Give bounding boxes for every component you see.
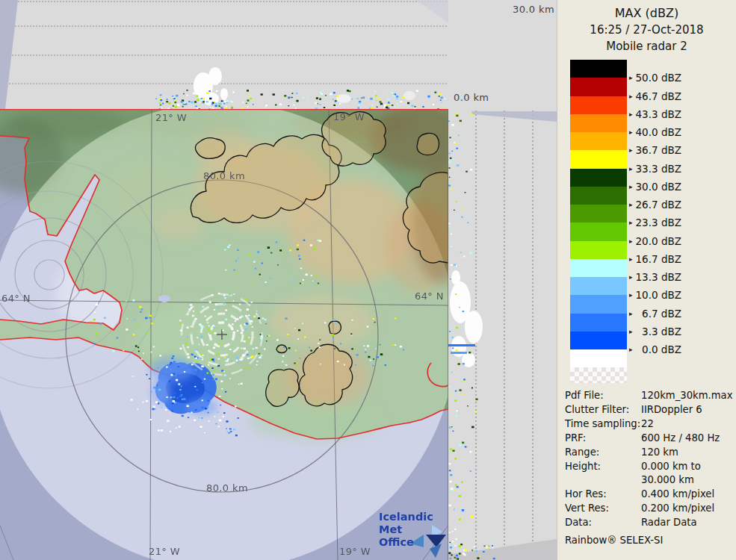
legend-band: [570, 78, 627, 96]
legend-label-row: ▸16.7 dBZ: [629, 252, 728, 265]
lake: [158, 295, 170, 302]
legend-label: 13.3 dBZ: [636, 271, 681, 283]
legend-label: 36.7 dBZ: [636, 144, 681, 156]
legend-band: [570, 205, 627, 223]
map-label: 64° N: [1, 293, 31, 304]
legend-tick-icon: ▸: [629, 183, 633, 190]
map-label: 80.0 km: [206, 483, 248, 494]
info-value: 0.000 km to: [641, 461, 701, 472]
info-label: Range:: [565, 446, 641, 460]
info-value: 120 km: [641, 447, 678, 458]
map-label: 0.0 km: [454, 93, 489, 103]
info-row: 30.000 km: [565, 473, 735, 488]
legend-band: [570, 277, 627, 296]
product-title: MAX (dBZ): [557, 5, 736, 22]
legend-label-row: ▸30.0 dBZ: [629, 180, 728, 193]
info-value: Radar Data: [641, 517, 697, 528]
legend-band: [570, 259, 627, 278]
legend-label: 20.0 dBZ: [636, 235, 681, 247]
info-label: Vert Res:: [565, 502, 641, 516]
info-label: Pdf File:: [565, 389, 641, 403]
legend-label: 50.0 dBZ: [636, 72, 681, 84]
legend-label-row: ▸ 6.7 dBZ: [629, 307, 728, 320]
info-value: IIRDoppler 6: [641, 404, 702, 415]
legend-band-white: [570, 349, 627, 367]
legend-band: [570, 150, 627, 169]
legend-label-row: ▸46.7 dBZ: [629, 90, 728, 102]
legend-label-row: ▸50.0 dBZ: [629, 72, 728, 84]
side-profile-strip: [448, 109, 557, 560]
map-label: 19° W: [339, 547, 371, 557]
legend-label: 0.0 dBZ: [636, 343, 681, 355]
legend-band: [570, 187, 627, 205]
legend-label-row: ▸ 3.3 dBZ: [629, 325, 728, 337]
info-value: 0.200 km/pixel: [641, 503, 714, 514]
legend-tick-icon: ▸: [629, 128, 633, 136]
map-label: 30.0 km: [513, 4, 554, 15]
legend-label: 33.3 dBZ: [636, 163, 681, 175]
map-label: 19° W: [333, 112, 365, 122]
legend-label: 10.0 dBZ: [636, 289, 681, 301]
legend-band-transparent: [570, 367, 627, 383]
scan-info-block: Pdf File:120km_30km.maxClutter Filter:II…: [565, 389, 735, 548]
info-row: Hor Res:0.400 km/pixel: [565, 488, 735, 502]
legend-label-row: ▸10.0 dBZ: [629, 289, 728, 302]
legend-tick-icon: ▸: [629, 310, 633, 317]
legend-label: 43.3 dBZ: [636, 108, 681, 120]
top-profile-strip: [0, 0, 448, 111]
legend-band: [570, 114, 627, 133]
imo-logo-text: Icelandic Met Office: [379, 511, 448, 549]
info-label: Height:: [565, 460, 641, 474]
legend-tick-icon: ▸: [629, 165, 633, 172]
legend-label-row: ▸ 0.0 dBZ: [629, 343, 728, 356]
software-name: Rainbow® SELEX-SI: [565, 534, 735, 548]
info-value: 600 Hz / 480 Hz: [641, 432, 720, 444]
legend-label-row: ▸26.7 dBZ: [629, 199, 728, 211]
legend-band: [570, 314, 627, 332]
imo-logo-line2: Office: [379, 536, 448, 549]
legend-label-row: ▸13.3 dBZ: [629, 271, 728, 284]
info-row: Clutter Filter:IIRDoppler 6: [565, 403, 735, 417]
info-side-panel: MAX (dBZ) 16:25 / 27-Oct-2018 Mobile rad…: [557, 0, 736, 560]
legend-band: [570, 132, 627, 151]
panel-header: MAX (dBZ) 16:25 / 27-Oct-2018 Mobile rad…: [557, 0, 736, 55]
legend-label: 30.0 dBZ: [636, 181, 681, 193]
legend-band: [570, 96, 627, 115]
info-row: Time sampling:22: [565, 417, 735, 432]
legend-label-row: ▸43.3 dBZ: [629, 108, 728, 120]
legend-tick-icon: ▸: [629, 291, 633, 299]
radar-map-canvas: [0, 0, 557, 560]
legend-label-row: ▸36.7 dBZ: [629, 144, 728, 157]
legend-tick-icon: ▸: [629, 255, 633, 263]
legend-label: 26.7 dBZ: [636, 199, 681, 211]
legend-label: 3.3 dBZ: [636, 326, 681, 337]
legend-tick-icon: ▸: [629, 201, 633, 208]
legend-tick-icon: ▸: [629, 237, 633, 245]
legend-tick-icon: ▸: [629, 146, 633, 154]
info-label: Clutter Filter:: [565, 403, 641, 417]
legend-label: 6.7 dBZ: [636, 308, 681, 320]
legend-label-row: ▸40.0 dBZ: [629, 126, 728, 139]
info-row: Pdf File:120km_30km.max: [565, 389, 735, 403]
legend-label-row: ▸33.3 dBZ: [629, 162, 728, 175]
legend-band: [570, 332, 627, 350]
legend-tick-icon: ▸: [629, 273, 633, 281]
map-label: 21° W: [149, 547, 180, 557]
scan-info-rows: Pdf File:120km_30km.maxClutter Filter:II…: [565, 389, 735, 530]
legend-tick-icon: ▸: [629, 111, 633, 118]
info-value: 30.000 km: [641, 474, 694, 485]
info-label: Time sampling:: [565, 417, 641, 432]
info-row: Height:0.000 km to: [565, 460, 735, 474]
info-value: 22: [641, 418, 654, 429]
legend-label: 23.3 dBZ: [636, 217, 681, 228]
legend-label: 46.7 dBZ: [636, 90, 681, 102]
legend-band: [570, 169, 627, 187]
legend-band: [570, 241, 627, 260]
info-row: Data:Radar Data: [565, 516, 735, 530]
scan-datetime: 16:25 / 27-Oct-2018: [557, 22, 736, 38]
info-label: Hor Res:: [565, 488, 641, 502]
imo-logo-line1: Icelandic Met: [379, 511, 448, 536]
info-row: PRF:600 Hz / 480 Hz: [565, 432, 735, 446]
map-label: 21° W: [155, 113, 187, 123]
legend-band: [570, 223, 627, 241]
